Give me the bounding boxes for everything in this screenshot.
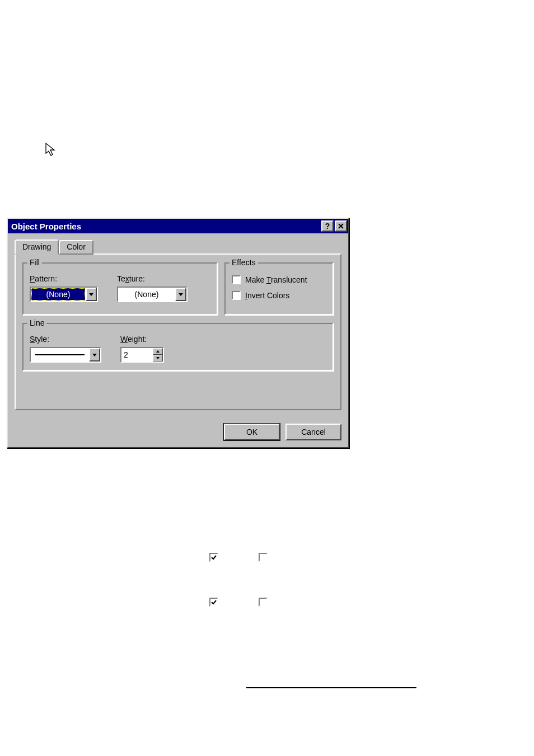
checked-checkbox-example[interactable] <box>209 553 218 562</box>
close-button[interactable] <box>335 220 347 232</box>
effects-legend: Effects <box>229 258 258 267</box>
check-icon <box>211 555 217 560</box>
invert-colors-checkbox[interactable]: Invert Colors <box>232 291 326 300</box>
fill-group: Fill Pattern: (None) Texture: <box>22 262 218 315</box>
weight-spinner[interactable]: 2 <box>120 347 164 363</box>
line-group: Line Style: Weight: 2 <box>22 323 334 371</box>
loose-checkboxes <box>209 553 268 642</box>
style-combo[interactable] <box>30 347 101 363</box>
texture-field: Texture: (None) <box>117 274 188 302</box>
chevron-down-icon <box>89 293 93 296</box>
effects-group: Effects Make Translucent Invert Colors <box>224 262 334 315</box>
pattern-label: Pattern: <box>30 274 98 283</box>
weight-spin-down[interactable] <box>153 355 163 361</box>
ok-button[interactable]: OK <box>224 424 280 440</box>
checkbox-icon <box>232 291 241 300</box>
chevron-down-icon <box>156 357 160 359</box>
pattern-combo[interactable]: (None) <box>30 287 98 302</box>
tab-color[interactable]: Color <box>59 240 93 255</box>
titlebar[interactable]: Object Properties ? <box>8 219 348 233</box>
pattern-field: Pattern: (None) <box>30 274 98 302</box>
chevron-down-icon <box>92 354 97 356</box>
object-properties-dialog: Object Properties ? Drawing Color Fill P… <box>7 218 349 448</box>
make-translucent-label: Make Translucent <box>245 275 307 284</box>
tab-drawing[interactable]: Drawing <box>15 240 59 255</box>
style-label: Style: <box>30 335 101 344</box>
cancel-button[interactable]: Cancel <box>285 424 341 440</box>
checked-checkbox-example[interactable] <box>209 598 218 607</box>
unchecked-checkbox-example[interactable] <box>259 598 268 607</box>
line-style-preview <box>35 354 85 355</box>
texture-combo-dropdown[interactable] <box>175 288 186 301</box>
help-button[interactable]: ? <box>321 220 334 232</box>
chevron-up-icon <box>156 350 160 353</box>
texture-combo-value: (None) <box>118 288 175 301</box>
style-field: Style: <box>30 335 101 363</box>
dialog-body: Drawing Color Fill Pattern: (None) <box>8 233 348 418</box>
tab-panel-drawing: Fill Pattern: (None) Texture: <box>15 253 341 410</box>
make-translucent-checkbox[interactable]: Make Translucent <box>232 275 326 284</box>
chevron-down-icon <box>179 293 183 296</box>
close-icon <box>338 223 344 229</box>
invert-colors-label: Invert Colors <box>245 291 289 300</box>
texture-label: Texture: <box>117 274 188 283</box>
dialog-button-row: OK Cancel <box>8 418 348 447</box>
checkbox-icon <box>232 275 241 284</box>
style-combo-dropdown[interactable] <box>89 348 100 361</box>
check-icon <box>211 599 217 605</box>
line-legend: Line <box>27 318 46 327</box>
texture-combo[interactable]: (None) <box>117 287 188 302</box>
cursor-icon <box>45 142 56 158</box>
horizontal-rule <box>246 687 416 688</box>
weight-value: 2 <box>121 348 153 361</box>
weight-spin-up[interactable] <box>153 348 163 355</box>
weight-label: Weight: <box>120 335 164 344</box>
tab-strip: Drawing Color <box>15 239 341 255</box>
fill-legend: Fill <box>27 258 42 267</box>
unchecked-checkbox-example[interactable] <box>259 553 268 562</box>
style-combo-value <box>31 348 89 361</box>
pattern-combo-value: (None) <box>31 288 85 300</box>
dialog-title: Object Properties <box>11 222 320 231</box>
weight-field: Weight: 2 <box>120 335 164 363</box>
pattern-combo-dropdown[interactable] <box>86 288 97 301</box>
